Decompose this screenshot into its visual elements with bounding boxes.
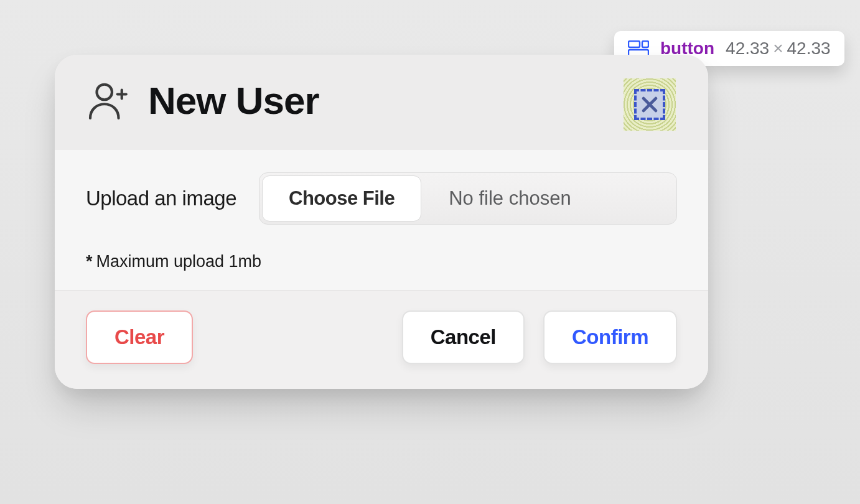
inspector-width: 42.33 [726,39,769,58]
inspector-multiply-icon: × [773,39,783,58]
upload-hint: *Maximum upload 1mb [86,252,677,271]
dialog-header: New User [55,55,708,150]
upload-row: Upload an image Choose File No file chos… [86,172,677,225]
file-status-text: No file chosen [424,173,676,224]
dialog-body: Upload an image Choose File No file chos… [55,150,708,291]
upload-label: Upload an image [86,187,236,210]
hint-text: Maximum upload 1mb [96,252,262,271]
dialog-title: New User [148,78,319,123]
inspector-dimensions: 42.33×42.33 [726,39,831,58]
inspector-height: 42.33 [787,39,831,58]
svg-point-3 [97,84,113,100]
hint-asterisk: * [86,252,93,271]
close-icon [639,94,660,115]
user-plus-icon [86,79,129,123]
cancel-button[interactable]: Cancel [402,310,525,364]
svg-rect-0 [629,41,640,47]
clear-button[interactable]: Clear [86,310,193,364]
page-root: button 42.33×42.33 New User [0,0,860,504]
dialog-footer: Clear Cancel Confirm [55,291,708,389]
new-user-dialog: New User Upload an image Choose File No … [55,55,708,389]
file-input[interactable]: Choose File No file chosen [259,172,677,225]
choose-file-button[interactable]: Choose File [262,175,421,222]
svg-rect-1 [642,41,648,47]
close-button[interactable] [624,78,676,131]
confirm-button[interactable]: Confirm [543,310,677,364]
